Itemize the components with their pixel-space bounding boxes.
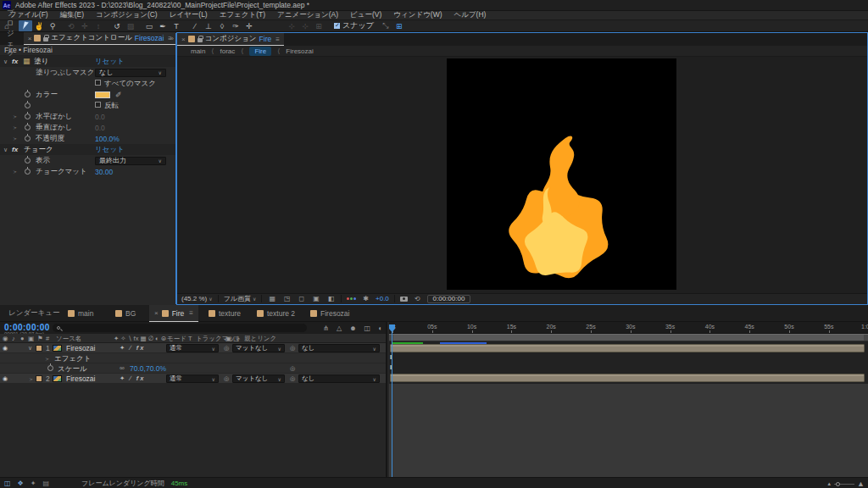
panel-menu-icon[interactable]: ≡: [189, 309, 193, 317]
timeline-tab-レンダーキュー[interactable]: レンダーキュー: [8, 305, 60, 322]
tab-composition[interactable]: × コンポジション Fire ≡: [177, 33, 284, 46]
stopwatch-icon[interactable]: [25, 169, 31, 175]
panel-menu-icon[interactable]: ≡: [275, 36, 280, 43]
reset-link[interactable]: リセット: [95, 145, 125, 155]
camera-tool[interactable]: ▨: [124, 20, 137, 31]
timeline-tab-texture-2[interactable]: texture 2: [257, 305, 295, 322]
property-pickwhip-icon[interactable]: ◎: [290, 365, 295, 372]
timeline-zoom-slider[interactable]: [834, 484, 854, 485]
menu-item-7[interactable]: ウィンドウ(W): [387, 10, 448, 20]
timeline-tab-main[interactable]: main: [68, 305, 93, 322]
parent-pickwhip-icon[interactable]: ◎: [290, 345, 295, 352]
shape-tool[interactable]: ▭: [142, 20, 156, 31]
hand-tool[interactable]: ✌: [32, 20, 46, 31]
puppet-pin-tool[interactable]: ✛: [242, 20, 256, 31]
effect-property-row[interactable]: ＞垂直ぼかし0.0: [0, 122, 176, 133]
menu-item-1[interactable]: 編集(E): [54, 10, 90, 20]
stopwatch-icon[interactable]: [25, 136, 31, 141]
exposure-reset-icon[interactable]: ✱: [361, 295, 370, 302]
close-icon[interactable]: ×: [28, 35, 32, 42]
preview-time-field[interactable]: 0:00:00:00: [427, 295, 471, 303]
stopwatch-icon[interactable]: [25, 125, 31, 130]
layer-switches[interactable]: ✦ ∕ fx: [120, 374, 145, 382]
track-matte-pickwhip-icon[interactable]: ◎: [224, 345, 229, 352]
effect-property-row[interactable]: すべてのマスク: [0, 78, 176, 89]
blend-mode-dropdown[interactable]: 通常∨: [166, 374, 219, 383]
timeline-track-area[interactable]: 0s05s10s15s20s25s30s35s40s45s50s55s1:00s…: [389, 322, 868, 477]
snapshot-icon[interactable]: [400, 297, 408, 302]
snap-checkbox[interactable]: [334, 23, 340, 29]
checkbox-icon[interactable]: [95, 80, 101, 86]
breadcrumb-item-main[interactable]: main: [191, 47, 205, 55]
property-value[interactable]: 0.0: [95, 113, 105, 121]
layer-switches[interactable]: ✦ ∕ fx: [120, 344, 145, 352]
view-layout-icon[interactable]: ◧: [326, 295, 337, 302]
close-icon[interactable]: ×: [154, 309, 159, 317]
motion-blur-icon[interactable]: ◐: [378, 324, 382, 332]
snap-toggle[interactable]: スナップ: [334, 20, 374, 31]
grid-snap-icon[interactable]: ⊞: [312, 20, 326, 31]
group-twirl-icon[interactable]: ＞: [44, 355, 50, 363]
transparency-grid-icon[interactable]: ▣: [311, 295, 321, 302]
timeline-tab-texture[interactable]: texture: [209, 305, 241, 322]
stopwatch-icon[interactable]: [25, 114, 31, 119]
mask-visibility-icon[interactable]: ◳: [282, 295, 292, 302]
menu-item-4[interactable]: エフェクト(T): [214, 10, 271, 20]
layer-name[interactable]: Firesozai: [66, 374, 95, 383]
menu-item-5[interactable]: アニメーション(A): [271, 10, 344, 20]
zoom-out-mountain-icon[interactable]: ▲: [826, 481, 832, 486]
layer-twirl-icon[interactable]: ＞: [28, 375, 34, 384]
layer-bar-1[interactable]: [390, 344, 865, 352]
rotate-tool[interactable]: ↺: [110, 20, 124, 31]
work-area-bar[interactable]: [389, 334, 868, 341]
effect-property-row[interactable]: 反転: [0, 100, 176, 111]
property-checkbox[interactable]: すべてのマスク: [95, 79, 156, 89]
property-value[interactable]: 70.0,70.0%: [130, 364, 166, 373]
zoom-select[interactable]: (45.2 %)∨: [181, 295, 213, 302]
resolution-select[interactable]: フル画質∨: [224, 294, 257, 303]
effect-property-row[interactable]: ＞不透明度100.0%: [0, 133, 176, 144]
shy-layers-icon[interactable]: ☻: [349, 324, 356, 332]
pan-camera-tool[interactable]: ✛: [78, 20, 92, 31]
timeline-search-input[interactable]: [53, 324, 307, 332]
effect-header-row[interactable]: ∨fx▦塗りリセット: [0, 56, 176, 67]
brainstorm-icon[interactable]: ▤: [42, 480, 49, 487]
align-icon[interactable]: ⊹: [298, 20, 312, 31]
channel-icon[interactable]: [347, 297, 356, 300]
shrink-ui-icon[interactable]: ⤡: [379, 20, 392, 31]
dimension-link-icon[interactable]: ∞: [120, 364, 125, 372]
track-matte-dropdown[interactable]: マットなし∨: [232, 374, 285, 383]
effect-header-row[interactable]: ∨fxチョークリセット: [0, 144, 176, 155]
parent-pickwhip-icon[interactable]: ◎: [290, 375, 295, 382]
maximize-frame-icon[interactable]: ⊞: [392, 20, 406, 31]
graph-editor-icon[interactable]: ✦: [31, 480, 36, 487]
twirl-down-icon[interactable]: ∨: [3, 58, 10, 65]
axis-mode-icon[interactable]: ⊹: [285, 20, 298, 31]
track-matte-pickwhip-icon[interactable]: ◎: [224, 375, 229, 382]
close-icon[interactable]: ×: [181, 36, 186, 43]
layer-twirl-icon[interactable]: ∨: [28, 345, 32, 352]
mini-flowchart-icon[interactable]: ⋔: [323, 324, 329, 332]
layer-bar-2[interactable]: [390, 374, 865, 382]
property-value[interactable]: 0.0: [95, 124, 105, 132]
draft-3d-icon[interactable]: △: [337, 324, 342, 332]
region-of-interest-icon[interactable]: ◻: [298, 295, 307, 302]
frame-blend-master-icon[interactable]: ◫: [4, 480, 11, 487]
effect-property-row[interactable]: ＞チョークマット30.00: [0, 166, 176, 177]
stopwatch-icon[interactable]: [25, 92, 31, 97]
tab-project[interactable]: プロジェクト: [0, 32, 24, 45]
parent-dropdown[interactable]: なし∨: [298, 344, 380, 352]
text-tool[interactable]: T: [170, 20, 183, 31]
motion-blur-master-icon[interactable]: ❖: [18, 480, 24, 487]
show-snapshot-icon[interactable]: ⟲: [413, 295, 422, 302]
pen-tool[interactable]: ✒: [156, 20, 170, 31]
twirl-right-icon[interactable]: ＞: [12, 168, 19, 176]
stopwatch-icon[interactable]: [25, 103, 31, 108]
property-value[interactable]: 30.00: [95, 168, 113, 176]
blend-mode-dropdown[interactable]: 通常∨: [166, 344, 219, 352]
effect-property-row[interactable]: ＞水平ぼかし0.0: [0, 111, 176, 122]
eyedropper-icon[interactable]: ✐: [115, 91, 122, 99]
grid-guides-icon[interactable]: ▦: [267, 295, 277, 302]
layer-row-1[interactable]: ◉∨1Firesozai✦ ∕ fx通常∨◎マットなし∨◎なし∨: [0, 343, 386, 353]
twirl-right-icon[interactable]: ＞: [12, 135, 19, 143]
